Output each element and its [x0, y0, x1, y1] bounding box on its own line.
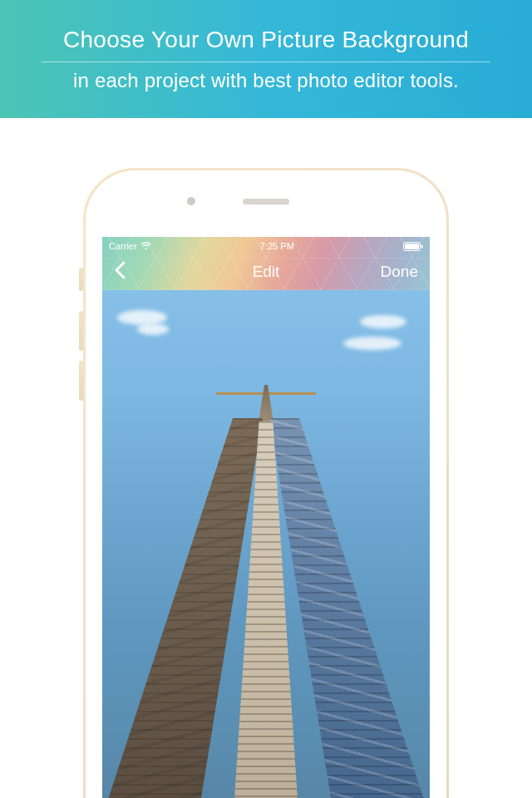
svg-rect-2	[421, 244, 423, 248]
done-button[interactable]: Done	[381, 263, 418, 281]
carrier-label: Carrier	[109, 241, 137, 251]
wifi-icon	[140, 242, 151, 250]
status-bar: Carrier 7:25 PM	[102, 237, 430, 254]
battery-icon	[403, 242, 423, 251]
volume-down-button	[79, 361, 83, 401]
app-screen: Carrier 7:25 PM	[102, 237, 430, 798]
cloud-decoration	[343, 337, 401, 350]
promo-banner: Choose Your Own Picture Background in ea…	[0, 0, 532, 118]
phone-frame: Carrier 7:25 PM	[83, 168, 449, 798]
promo-title: Choose Your Own Picture Background	[63, 27, 469, 53]
photo-canvas[interactable]	[102, 290, 430, 798]
header-bar: Carrier 7:25 PM	[102, 237, 430, 290]
earpiece-speaker	[243, 199, 289, 204]
divider	[42, 62, 490, 62]
cloud-decoration	[137, 323, 169, 335]
device-area: Carrier 7:25 PM	[0, 118, 532, 798]
front-camera	[187, 197, 195, 205]
svg-rect-1	[405, 244, 419, 249]
volume-up-button	[79, 311, 83, 351]
clock: 7:25 PM	[260, 241, 294, 251]
building-graphic	[102, 418, 430, 798]
phone-bezel: Carrier 7:25 PM	[86, 170, 446, 798]
nav-bar: Edit Done	[102, 254, 430, 287]
cloud-decoration	[117, 310, 167, 325]
mute-switch	[79, 268, 83, 291]
cloud-decoration	[360, 315, 406, 328]
promo-subtitle: in each project with best photo editor t…	[73, 69, 459, 92]
